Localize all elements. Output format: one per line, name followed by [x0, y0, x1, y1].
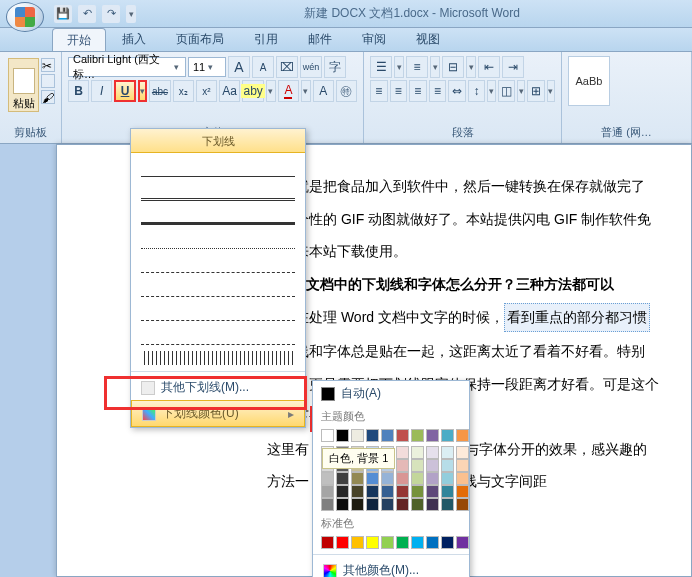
align-justify-button[interactable]: ≡ — [429, 80, 447, 102]
color-swatch[interactable] — [426, 498, 439, 511]
color-swatch[interactable] — [321, 536, 334, 549]
color-swatch[interactable] — [441, 446, 454, 459]
underline-dropdown-arrow[interactable]: ▾ — [138, 80, 148, 102]
numbering-dd[interactable]: ▾ — [430, 56, 440, 78]
color-swatch[interactable] — [396, 459, 409, 472]
highlight-button[interactable]: aby — [242, 80, 264, 102]
borders-dd[interactable]: ▾ — [547, 80, 555, 102]
color-swatch[interactable] — [456, 429, 469, 442]
color-swatch[interactable] — [426, 459, 439, 472]
color-swatch[interactable] — [396, 429, 409, 442]
underline-color-item[interactable]: 下划线颜色(U) ▸ — [131, 400, 305, 427]
change-case-button[interactable]: Aa — [219, 80, 240, 102]
shading-button[interactable]: ◫ — [498, 80, 516, 102]
font-size-select[interactable]: 11▾ — [188, 57, 226, 77]
color-swatch[interactable] — [441, 429, 454, 442]
underline-style-dotted[interactable] — [141, 231, 295, 249]
multilevel-button[interactable]: ⊟ — [442, 56, 464, 78]
underline-style-double[interactable] — [141, 183, 295, 201]
underline-style-dashdot[interactable] — [141, 303, 295, 321]
align-right-button[interactable]: ≡ — [409, 80, 427, 102]
color-swatch[interactable] — [396, 536, 409, 549]
color-swatch[interactable] — [456, 472, 469, 485]
color-swatch[interactable] — [396, 472, 409, 485]
bullets-dd[interactable]: ▾ — [394, 56, 404, 78]
superscript-button[interactable]: x² — [196, 80, 217, 102]
underline-style-dashed[interactable] — [141, 255, 295, 273]
bullets-button[interactable]: ☰ — [370, 56, 392, 78]
color-swatch[interactable] — [336, 472, 349, 485]
color-swatch[interactable] — [321, 472, 334, 485]
color-swatch[interactable] — [456, 536, 469, 549]
tab-layout[interactable]: 页面布局 — [162, 28, 238, 51]
tab-references[interactable]: 引用 — [240, 28, 292, 51]
color-swatch[interactable] — [441, 485, 454, 498]
color-swatch[interactable] — [456, 485, 469, 498]
color-swatch[interactable] — [351, 485, 364, 498]
redo-icon[interactable]: ↷ — [102, 5, 120, 23]
cut-icon[interactable]: ✂ — [41, 58, 55, 72]
font-color-button[interactable]: A — [278, 80, 299, 102]
color-swatch[interactable] — [411, 536, 424, 549]
underline-button[interactable]: U — [114, 80, 135, 102]
tab-mail[interactable]: 邮件 — [294, 28, 346, 51]
indent-dec-button[interactable]: ⇤ — [478, 56, 500, 78]
color-swatch[interactable] — [321, 498, 334, 511]
enclose-char-button[interactable]: ㊕ — [336, 80, 357, 102]
copy-icon[interactable] — [41, 74, 55, 88]
borders-button[interactable]: ⊞ — [527, 80, 545, 102]
multilevel-dd[interactable]: ▾ — [466, 56, 476, 78]
color-swatch[interactable] — [426, 429, 439, 442]
line-spacing-button[interactable]: ↕ — [468, 80, 486, 102]
color-swatch[interactable] — [456, 459, 469, 472]
color-swatch[interactable] — [366, 429, 379, 442]
underline-style-wave[interactable] — [141, 351, 295, 365]
color-swatch[interactable] — [426, 446, 439, 459]
qat-more-icon[interactable]: ▾ — [126, 5, 136, 23]
paste-button[interactable]: 粘贴 — [8, 58, 39, 112]
color-swatch[interactable] — [411, 485, 424, 498]
color-swatch[interactable] — [366, 536, 379, 549]
italic-button[interactable]: I — [91, 80, 112, 102]
color-swatch[interactable] — [351, 536, 364, 549]
color-swatch[interactable] — [426, 536, 439, 549]
align-left-button[interactable]: ≡ — [370, 80, 388, 102]
shrink-font-button[interactable]: A — [252, 56, 274, 78]
char-border-button[interactable]: 字 — [324, 56, 346, 78]
distribute-button[interactable]: ⇔ — [448, 80, 466, 102]
color-swatch[interactable] — [366, 498, 379, 511]
color-swatch[interactable] — [411, 459, 424, 472]
tab-view[interactable]: 视图 — [402, 28, 454, 51]
color-swatch[interactable] — [441, 459, 454, 472]
color-swatch[interactable] — [396, 446, 409, 459]
numbering-button[interactable]: ≡ — [406, 56, 428, 78]
more-underlines-item[interactable]: 其他下划线(M)... — [131, 375, 305, 400]
color-swatch[interactable] — [381, 536, 394, 549]
align-center-button[interactable]: ≡ — [390, 80, 408, 102]
indent-inc-button[interactable]: ⇥ — [502, 56, 524, 78]
color-swatch[interactable] — [336, 498, 349, 511]
color-swatch[interactable] — [411, 429, 424, 442]
color-swatch[interactable] — [456, 498, 469, 511]
format-painter-icon[interactable]: 🖌 — [41, 90, 55, 104]
color-swatch[interactable] — [381, 429, 394, 442]
color-swatch[interactable] — [321, 429, 334, 442]
pinyin-button[interactable]: wén — [300, 56, 322, 78]
tab-home[interactable]: 开始 — [52, 28, 106, 51]
color-swatch[interactable] — [441, 472, 454, 485]
color-swatch[interactable] — [456, 446, 469, 459]
color-swatch[interactable] — [336, 429, 349, 442]
color-swatch[interactable] — [366, 485, 379, 498]
color-swatch[interactable] — [411, 498, 424, 511]
office-button[interactable] — [6, 2, 44, 32]
tab-review[interactable]: 审阅 — [348, 28, 400, 51]
auto-color-item[interactable]: 自动(A) — [313, 381, 469, 406]
save-icon[interactable]: 💾 — [54, 5, 72, 23]
style-normal[interactable]: AaBb — [568, 56, 610, 106]
color-swatch[interactable] — [351, 472, 364, 485]
bold-button[interactable]: B — [68, 80, 89, 102]
color-swatch[interactable] — [426, 472, 439, 485]
color-swatch[interactable] — [441, 498, 454, 511]
underline-style-dash2[interactable] — [141, 279, 295, 297]
shading-dd[interactable]: ▾ — [517, 80, 525, 102]
